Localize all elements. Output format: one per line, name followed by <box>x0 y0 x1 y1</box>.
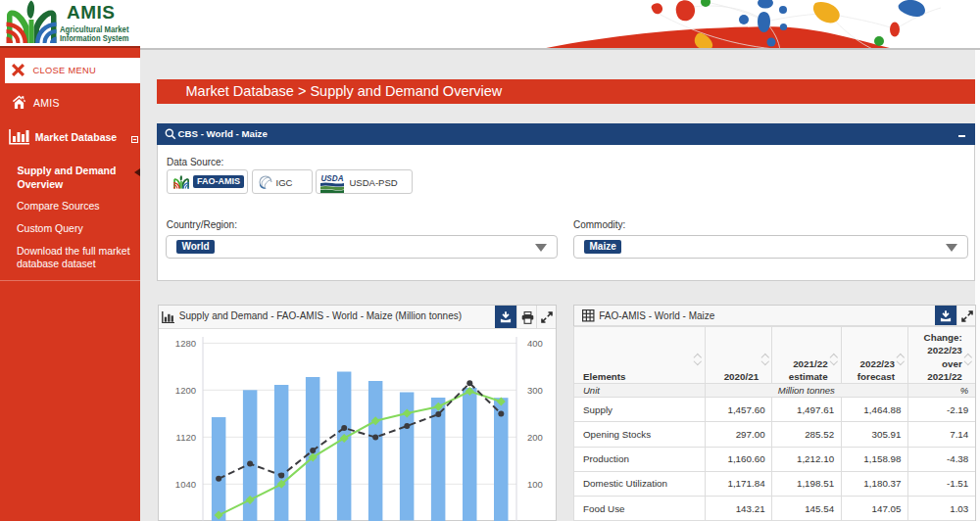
svg-text:Agricultural Market: Agricultural Market <box>60 24 129 34</box>
svg-text:1280: 1280 <box>174 338 195 349</box>
svg-text:1040: 1040 <box>174 479 195 490</box>
svg-text:300: 300 <box>527 385 543 396</box>
svg-text:100: 100 <box>527 479 543 490</box>
svg-text:AMIS: AMIS <box>67 2 116 23</box>
svg-text:USDA: USDA <box>321 173 344 183</box>
svg-text:Information System: Information System <box>60 33 129 43</box>
svg-text:1200: 1200 <box>174 385 195 396</box>
svg-text:200: 200 <box>527 432 543 443</box>
svg-text:400: 400 <box>527 338 543 349</box>
svg-text:1120: 1120 <box>175 432 195 443</box>
